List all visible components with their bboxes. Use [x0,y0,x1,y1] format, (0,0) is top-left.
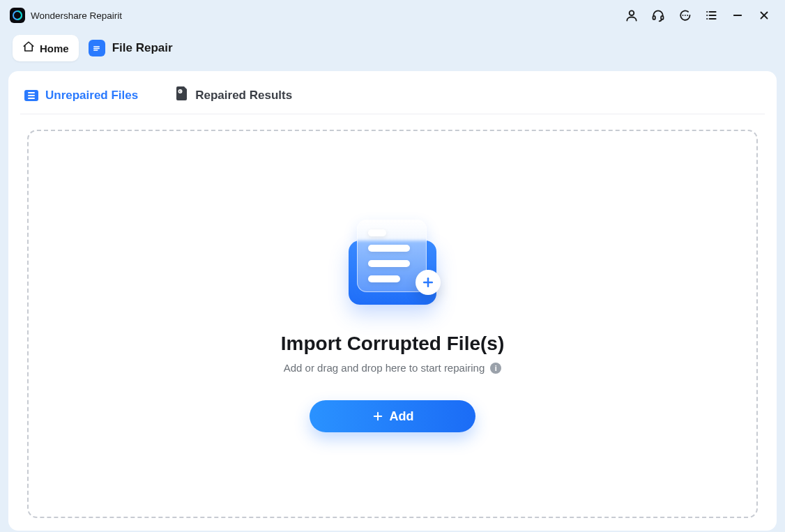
import-files-illustration-icon [340,215,445,313]
menu-list-icon[interactable] [704,8,718,22]
close-icon[interactable] [757,8,771,22]
home-label: Home [40,43,69,54]
titlebar[interactable]: Wondershare Repairit [0,0,785,26]
unrepaired-files-icon [24,90,38,101]
dropzone-subtitle-text: Add or drag and drop here to start repai… [284,362,485,374]
plus-icon [372,410,384,423]
svg-point-4 [683,15,684,16]
app-title: Wondershare Repairit [31,10,122,21]
home-button[interactable]: Home [13,35,79,61]
tab-unrepaired-files[interactable]: Unrepaired Files [24,89,138,102]
add-button-label: Add [390,409,414,424]
dropzone[interactable]: Import Corrupted File(s) Add or drag and… [27,130,758,518]
svg-point-11 [706,18,708,20]
tabs: Unrepaired Files Repaired Results [20,84,765,114]
page-title: File Repair [112,41,173,55]
repaired-results-icon [176,86,188,104]
tab-label: Repaired Results [195,89,292,102]
account-icon[interactable] [625,8,639,22]
title-left: Wondershare Repairit [10,8,122,23]
tab-label: Unrepaired Files [45,89,138,102]
svg-point-7 [706,11,708,13]
add-button[interactable]: Add [310,400,475,432]
tab-repaired-results[interactable]: Repaired Results [176,86,292,104]
svg-point-9 [706,15,708,16]
app-logo-icon [10,8,25,23]
svg-point-6 [687,15,688,16]
minimize-icon[interactable] [731,8,745,22]
info-icon[interactable]: i [490,363,501,374]
breadcrumb: Home File Repair [0,26,785,71]
svg-point-5 [685,15,686,16]
svg-point-1 [630,10,634,15]
page-chip: File Repair [89,40,173,56]
main-panel: Unrepaired Files Repaired Results Import… [8,71,777,531]
dropzone-subtitle: Add or drag and drop here to start repai… [284,362,502,374]
feedback-chat-icon[interactable] [678,8,692,22]
dropzone-title: Import Corrupted File(s) [281,333,504,355]
support-headset-icon[interactable] [651,8,665,22]
file-repair-icon [89,40,105,56]
svg-rect-2 [653,16,655,20]
home-icon [22,40,35,56]
window-controls [625,8,775,22]
